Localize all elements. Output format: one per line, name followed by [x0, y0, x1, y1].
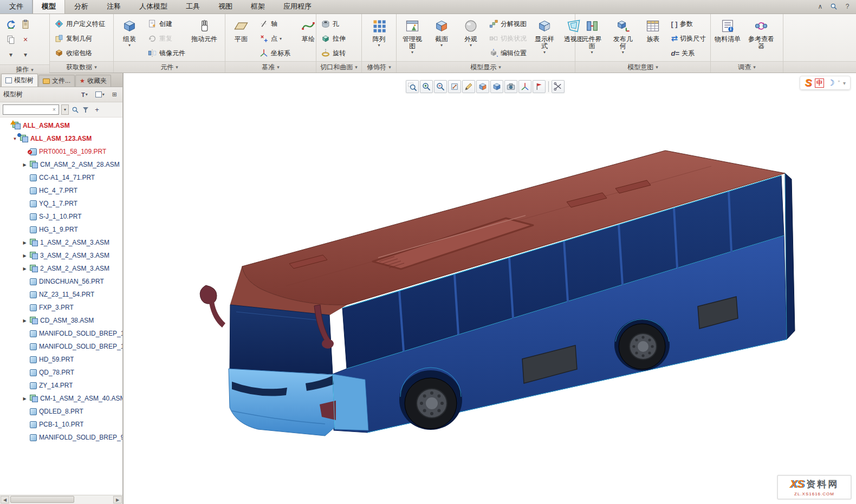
exploded-view-button[interactable]: 分解视图: [486, 17, 529, 31]
edit-position-button[interactable]: 编辑位置: [486, 46, 529, 60]
tree-item[interactable]: HC_4_7.PRT: [0, 184, 122, 197]
family-table-button[interactable]: 族表: [639, 15, 667, 44]
csys-button[interactable]: 坐标系: [256, 46, 293, 60]
tree-settings-button[interactable]: ⊞: [110, 89, 119, 100]
ime-menu-icon[interactable]: ▾: [843, 80, 846, 86]
clear-search-icon[interactable]: ×: [53, 107, 59, 113]
tree-item[interactable]: MANIFOLD_SOLID_BREP_9: [0, 431, 122, 444]
datum-display-button[interactable]: [518, 80, 531, 93]
tab-manikin[interactable]: 人体模型: [130, 0, 177, 14]
group-label-investigate[interactable]: 调查: [711, 61, 783, 73]
tree-item[interactable]: CM-1_ASM_2_ASM_40.ASM: [0, 392, 122, 405]
pattern-button[interactable]: 阵列▾: [365, 15, 393, 49]
scrollbar-thumb[interactable]: [10, 496, 74, 503]
copy-button[interactable]: [4, 32, 18, 47]
bom-button[interactable]: 物料清单: [712, 15, 743, 44]
plane-button[interactable]: 平面: [227, 15, 255, 44]
tree-horizontal-scrollbar[interactable]: ◀ ▶: [0, 495, 122, 504]
search-input[interactable]: [3, 104, 59, 115]
section-button[interactable]: 截面▾: [427, 15, 456, 49]
scrollbar-track[interactable]: [10, 496, 113, 503]
bus-model-3d[interactable]: [124, 73, 856, 504]
repeat-button[interactable]: 重复: [145, 31, 188, 45]
tree-item[interactable]: NZ_23_11_54.PRT: [0, 288, 122, 301]
saved-views-button[interactable]: [504, 80, 517, 93]
tree-item[interactable]: DINGCHUAN_56.PRT: [0, 275, 122, 288]
extrude-button[interactable]: 拉伸: [318, 31, 348, 45]
tab-tools[interactable]: 工具: [177, 0, 209, 14]
tree-item[interactable]: CD_ASM_38.ASM: [0, 314, 122, 327]
axis-button[interactable]: 轴: [256, 17, 293, 31]
group-label-datum[interactable]: 基准: [225, 61, 316, 73]
tree-item[interactable]: ALL_ASM.ASM: [0, 119, 122, 132]
ime-night-mode-icon[interactable]: ☽: [827, 78, 834, 88]
tab-annotate[interactable]: 注释: [98, 0, 130, 14]
create-component-button[interactable]: 创建: [145, 17, 188, 31]
regenerate-dropdown[interactable]: ▾: [4, 47, 18, 62]
tab-framework[interactable]: 框架: [242, 0, 274, 14]
toggle-status-button[interactable]: 切换状况: [486, 31, 529, 45]
point-button[interactable]: 点▾: [256, 31, 293, 45]
hole-button[interactable]: 孔: [318, 17, 348, 31]
scroll-right-button[interactable]: ▶: [113, 496, 122, 503]
group-label-modifiers[interactable]: 修饰符: [362, 61, 396, 73]
minimize-ribbon-icon[interactable]: ∧: [816, 2, 825, 11]
add-filter-icon[interactable]: +: [93, 106, 101, 114]
tree-item[interactable]: YQ_1_7.PRT: [0, 197, 122, 210]
tree-item[interactable]: 3_ASM_2_ASM_3.ASM: [0, 249, 122, 262]
appearance-button[interactable]: 外观▾: [457, 15, 485, 49]
tab-model[interactable]: 模型: [33, 0, 65, 14]
drag-components-button[interactable]: 拖动元件: [189, 15, 219, 44]
expand-icon[interactable]: [22, 396, 28, 401]
annotation-display-button[interactable]: [533, 80, 546, 93]
assemble-button[interactable]: 组装▾: [115, 15, 144, 49]
group-label-cut-surface[interactable]: 切口和曲面: [316, 61, 361, 73]
tree-item[interactable]: MANIFOLD_SOLID_BREP_1: [0, 340, 122, 353]
component-interface-button[interactable]: 元件界面▾: [577, 15, 607, 56]
tree-item[interactable]: FXP_3.PRT: [0, 301, 122, 314]
operations-dropdown[interactable]: ▾: [18, 47, 33, 62]
tree-item[interactable]: HG_1_9.PRT: [0, 223, 122, 236]
expand-icon[interactable]: [22, 318, 28, 323]
zoom-out-button[interactable]: [434, 80, 447, 93]
expand-icon[interactable]: [22, 240, 28, 245]
repaint-button[interactable]: [462, 80, 475, 93]
revolve-button[interactable]: 旋转: [318, 46, 348, 60]
tree-item[interactable]: CM_ASM_2_ASM_28.ASM: [0, 158, 122, 171]
tab-analysis[interactable]: 分析: [65, 0, 98, 14]
group-label-model-intent[interactable]: 模型意图: [575, 61, 710, 73]
group-label-model-display[interactable]: 模型显示: [397, 61, 575, 73]
view-tools-button[interactable]: [552, 80, 565, 93]
display-style-button[interactable]: [490, 80, 503, 93]
group-label-get-data[interactable]: 获取数据: [50, 61, 113, 73]
tree-item[interactable]: CC-A1_14_71.PRT: [0, 171, 122, 184]
search-dropdown[interactable]: ▾: [61, 104, 69, 115]
tree-item[interactable]: QD_78.PRT: [0, 366, 122, 379]
scroll-left-button[interactable]: ◀: [1, 496, 9, 503]
tree-item[interactable]: MANIFOLD_SOLID_BREP_1: [0, 327, 122, 340]
shrinkwrap-button[interactable]: 收缩包络: [51, 46, 108, 60]
paste-button[interactable]: [18, 17, 33, 31]
udf-button[interactable]: 用户定义特征: [51, 17, 108, 31]
tree-columns-button[interactable]: ▾: [93, 90, 107, 99]
section-view-button[interactable]: [476, 80, 489, 93]
sogou-ime-bar[interactable]: S 中 ☽ ” ▾: [800, 76, 851, 90]
tree-item[interactable]: HD_59.PRT: [0, 353, 122, 366]
reference-viewer-button[interactable]: 参考查看器: [744, 15, 779, 51]
search-icon[interactable]: [830, 3, 838, 10]
box-zoom-button[interactable]: [406, 80, 419, 93]
tree-item[interactable]: PRT0001_58_109.PRT: [0, 145, 122, 158]
ime-language-toggle[interactable]: 中: [815, 78, 824, 88]
delete-button[interactable]: ×: [18, 32, 33, 47]
mirror-component-button[interactable]: 镜像元件: [145, 46, 188, 60]
tab-view[interactable]: 视图: [209, 0, 242, 14]
tree-item[interactable]: QDLED_8.PRT: [0, 405, 122, 418]
group-label-component[interactable]: 元件: [114, 61, 225, 73]
tab-favorites[interactable]: ★ 收藏夹: [75, 75, 111, 87]
manage-views-button[interactable]: 管理视图▾: [398, 15, 426, 56]
tree-item[interactable]: PCB-1_10.PRT: [0, 418, 122, 431]
parameters-button[interactable]: 参数: [668, 17, 709, 31]
tree-item[interactable]: 1_ASM_2_ASM_3.ASM: [0, 236, 122, 249]
publish-geometry-button[interactable]: 发布几何▾: [608, 15, 638, 56]
find-icon[interactable]: [71, 106, 80, 114]
